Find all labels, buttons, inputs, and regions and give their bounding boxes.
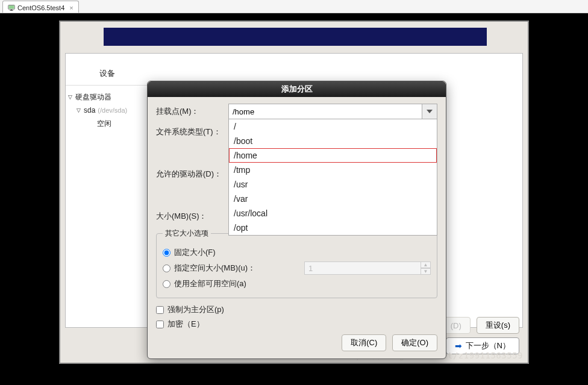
device-tree: ▽ 硬盘驱动器 ▽ sda (/dev/sda) 空闲: [66, 86, 149, 135]
monitor-icon: [8, 4, 15, 11]
radio-upto-size[interactable]: 指定空间大小(MB)(u)： ▲ ▼: [163, 261, 431, 275]
radio-fill-label: 使用全部可用空间(a): [174, 278, 246, 289]
tree-row-free[interactable]: 空闲: [68, 117, 146, 130]
svg-rect-1: [9, 5, 14, 8]
mount-option[interactable]: /: [229, 119, 437, 134]
add-partition-dialog: 添加分区 挂载点(M)： / /boot: [147, 81, 446, 359]
encrypt-checkbox[interactable]: 加密（E）: [156, 319, 437, 330]
tree-row-hdd[interactable]: ▽ 硬盘驱动器: [68, 90, 146, 104]
spin-up-icon: ▲: [421, 261, 431, 268]
mount-point-label: 挂载点(M)：: [156, 106, 228, 117]
mount-option[interactable]: /home: [229, 148, 437, 163]
radio-fixed-input[interactable]: [163, 249, 170, 257]
mount-option[interactable]: /usr/local: [229, 206, 437, 221]
chevron-down-icon: ▽: [68, 90, 75, 104]
force-primary-input[interactable]: [156, 306, 164, 314]
svg-rect-2: [11, 10, 13, 10]
encrypt-input[interactable]: [156, 321, 164, 328]
mount-option[interactable]: /opt: [229, 221, 437, 235]
svg-rect-3: [10, 10, 13, 11]
mount-point-input[interactable]: [228, 104, 422, 119]
mount-point-dropdown: / /boot /home /tmp /usr /var /usr/local …: [228, 119, 437, 236]
vm-display-frame: 设备 ▽ 硬盘驱动器 ▽ sda (/dev/sda) 空闲: [0, 13, 588, 385]
spin-down-icon: ▼: [421, 268, 431, 275]
upto-spin-input: [304, 261, 421, 275]
tree-sda-path: (/dev/sda): [98, 104, 127, 117]
device-column: 设备 ▽ 硬盘驱动器 ▽ sda (/dev/sda) 空闲: [66, 54, 149, 327]
upto-spin: ▲ ▼: [304, 261, 431, 275]
force-primary-checkbox[interactable]: 强制为主分区(p): [156, 304, 437, 315]
mount-option[interactable]: /tmp: [229, 163, 437, 177]
arrow-right-icon: ➡: [455, 341, 462, 351]
mount-option[interactable]: /var: [229, 192, 437, 206]
encrypt-label: 加密（E）: [167, 319, 204, 330]
radio-fixed-label: 固定大小(F): [174, 247, 216, 258]
tree-free-label: 空闲: [97, 117, 111, 130]
installer-banner: [104, 28, 487, 46]
panel-action-row: (D) 重设(s): [442, 317, 519, 334]
tabstrip: CentOS6.5test4 ×: [0, 0, 588, 13]
tree-row-sda[interactable]: ▽ sda (/dev/sda): [68, 104, 146, 117]
chevron-down-icon: ▽: [77, 104, 84, 117]
vm-tab-label: CentOS6.5test4: [17, 4, 64, 11]
next-button[interactable]: ➡ 下一步（N）: [446, 337, 519, 354]
force-primary-label: 强制为主分区(p): [167, 304, 224, 315]
size-label: 大小(MB)(S)：: [156, 211, 228, 222]
fs-type-label: 文件系统类型(T)：: [156, 127, 228, 137]
close-icon[interactable]: ×: [69, 4, 73, 11]
radio-fixed-size[interactable]: 固定大小(F): [163, 247, 431, 258]
chevron-down-icon[interactable]: [422, 104, 437, 119]
mount-option[interactable]: /boot: [229, 134, 437, 148]
allowed-drives-label: 允许的驱动器(D)：: [156, 169, 228, 180]
mount-point-combo[interactable]: [228, 104, 437, 119]
cancel-button[interactable]: 取消(C): [342, 334, 386, 351]
radio-fill-input[interactable]: [163, 280, 170, 288]
radio-upto-label: 指定空间大小(MB)(u)：: [174, 263, 255, 274]
tree-sda-label: sda: [84, 104, 95, 117]
next-label: 下一步（N）: [466, 340, 510, 351]
mount-option[interactable]: /usr: [229, 177, 437, 192]
radio-upto-input[interactable]: [163, 264, 170, 272]
device-column-header: 设备: [66, 54, 149, 86]
reset-button[interactable]: 重设(s): [477, 317, 519, 334]
other-size-legend: 其它大小选项: [163, 228, 211, 239]
vm-tab[interactable]: CentOS6.5test4 ×: [2, 1, 79, 13]
radio-fill-size[interactable]: 使用全部可用空间(a): [163, 278, 431, 289]
ok-button[interactable]: 确定(O): [392, 334, 437, 351]
dialog-title: 添加分区: [148, 81, 446, 97]
tree-hdd-label: 硬盘驱动器: [75, 90, 111, 104]
other-size-fieldset: 其它大小选项 固定大小(F) 指定空间大小(MB)(u)： ▲ ▼: [156, 228, 437, 298]
